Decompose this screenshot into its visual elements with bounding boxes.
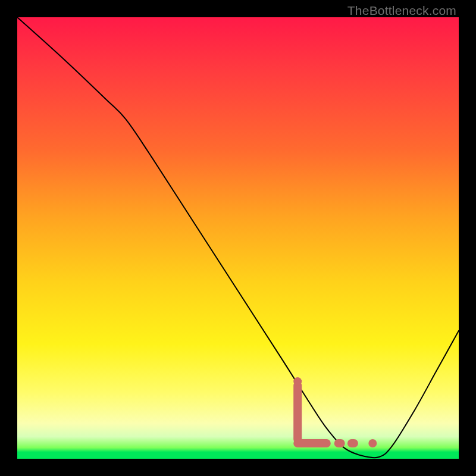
marker-dot <box>368 439 377 447</box>
bottleneck-curve-line <box>17 17 459 458</box>
chart-svg <box>17 17 459 459</box>
chart-frame <box>17 17 459 459</box>
marker-dash-1 <box>347 439 358 447</box>
marker-dash-0 <box>334 439 345 447</box>
marker-vertical-cap <box>293 377 302 386</box>
marker-vertical-stroke <box>293 381 302 443</box>
marker-horizontal-stroke <box>293 439 331 447</box>
highlighted-range-markers <box>293 377 377 447</box>
watermark-text: TheBottleneck.com <box>347 4 456 18</box>
